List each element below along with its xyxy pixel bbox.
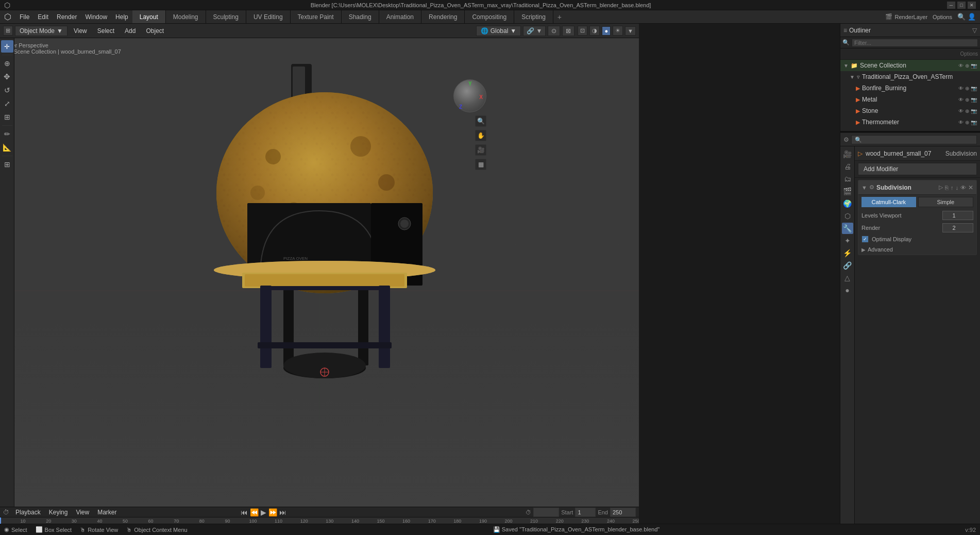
tab-animation[interactable]: Animation xyxy=(379,10,421,23)
tab-texture-paint[interactable]: Texture Paint xyxy=(291,10,342,23)
view-label[interactable]: View xyxy=(74,507,91,517)
prop-tab-render[interactable]: 🎥 xyxy=(842,148,853,160)
prop-tab-world[interactable]: 🌍 xyxy=(842,198,853,209)
outliner-item-bonfire[interactable]: ▶ Bonfire_Burning 👁 ⊕ 📷 xyxy=(840,82,980,94)
modifier-vis-icon[interactable]: ⚙ xyxy=(869,184,874,191)
3d-viewport[interactable]: User Perspective (1) Scene Collection | … xyxy=(0,38,639,507)
tool-select[interactable]: ✛ xyxy=(1,40,13,53)
add-menu-btn[interactable]: Add xyxy=(121,25,140,37)
prop-tab-constraints[interactable]: 🔗 xyxy=(842,260,853,271)
eye-icon-metal[interactable]: 👁 xyxy=(958,97,964,103)
menu-render[interactable]: Render xyxy=(53,10,81,23)
tab-compositing[interactable]: Compositing xyxy=(465,10,514,23)
viewport-options-btn[interactable]: ▼ xyxy=(625,26,636,36)
menu-edit[interactable]: Edit xyxy=(33,10,53,23)
optimal-display-checkbox[interactable]: ✓ xyxy=(861,236,869,243)
tool-scale[interactable]: ⤢ xyxy=(1,97,13,110)
prop-tab-material[interactable]: ● xyxy=(842,285,853,296)
select-menu-btn[interactable]: Select xyxy=(93,25,119,37)
tool-move[interactable]: ✥ xyxy=(1,71,13,83)
snap-btn[interactable]: 🔗 ▼ xyxy=(523,26,546,36)
modifier-copy-icon[interactable]: ⎘ xyxy=(945,185,949,191)
render-vis-icon[interactable]: 📷 xyxy=(971,63,977,69)
search-icon[interactable]: 🔍 xyxy=(957,13,966,21)
close-button[interactable]: ✕ xyxy=(968,2,976,9)
current-frame-input[interactable]: 1 xyxy=(533,508,559,517)
object-mode-dropdown[interactable]: Object Mode ▼ xyxy=(15,26,67,36)
advanced-row[interactable]: ▶ Advanced xyxy=(858,244,976,255)
tab-uv-editing[interactable]: UV Editing xyxy=(246,10,291,23)
tool-annotate[interactable]: ✏ xyxy=(1,128,13,140)
keyframe-prev-btn[interactable]: ⏮ xyxy=(241,508,248,516)
viewport-shading-wire[interactable]: ⊡ xyxy=(578,26,587,36)
fly-icon-btn[interactable]: ✋ xyxy=(475,130,486,141)
outliner-item-stone[interactable]: ▶ Stone 👁 ⊕ 📷 xyxy=(840,105,980,116)
outliner-item-scene-collection[interactable]: ▼ 📁 Scene Collection 👁 ⊕ 📷 xyxy=(840,60,980,71)
play-btn[interactable]: ▶ xyxy=(261,508,266,516)
start-frame-input[interactable] xyxy=(575,508,596,517)
outliner-item-thermometer[interactable]: ▶ Thermometer 👁 ⊕ 📷 xyxy=(840,116,980,128)
playback-label[interactable]: Playback xyxy=(13,507,43,517)
modifier-vis-btn[interactable]: 👁 xyxy=(960,185,966,191)
minimize-button[interactable]: ─ xyxy=(947,2,955,9)
eye-icon-bonfire[interactable]: 👁 xyxy=(958,86,964,91)
keying-label[interactable]: Keying xyxy=(47,507,70,517)
prop-tab-view-layer[interactable]: 🗂 xyxy=(842,173,853,185)
levels-viewport-input[interactable] xyxy=(942,211,973,220)
simple-btn[interactable]: Simple xyxy=(918,197,974,207)
editor-type-btn[interactable]: ⊞ xyxy=(3,26,13,36)
grid-icon-btn[interactable]: ▦ xyxy=(475,159,486,170)
modifier-close-btn[interactable]: ✕ xyxy=(968,184,973,191)
viewport-shading-material[interactable]: ● xyxy=(602,26,611,36)
tab-add[interactable]: + xyxy=(553,12,566,22)
proportional-btn[interactable]: ⊙ xyxy=(548,26,560,36)
end-frame-input[interactable] xyxy=(610,508,636,517)
global-space-dropdown[interactable]: 🌐 Global ▼ xyxy=(476,26,521,36)
tab-shading[interactable]: Shading xyxy=(342,10,379,23)
menu-blender[interactable]: ⬡ xyxy=(0,10,15,23)
menu-help[interactable]: Help xyxy=(111,10,132,23)
jump-start-btn[interactable]: ⏪ xyxy=(250,508,259,516)
viewport-icon-therm[interactable]: ⊕ xyxy=(965,120,969,125)
jump-end-btn[interactable]: ⏩ xyxy=(268,508,277,516)
tool-add[interactable]: ⊞ xyxy=(1,158,13,171)
tool-transform[interactable]: ⊞ xyxy=(1,111,13,123)
render-icon-therm[interactable]: 📷 xyxy=(971,120,977,125)
filter-icon[interactable]: ▽ xyxy=(972,27,977,34)
tab-sculpting[interactable]: Sculpting xyxy=(206,10,246,23)
zoom-icon-btn[interactable]: 🔍 xyxy=(475,115,486,127)
modifier-up-icon[interactable]: ↑ xyxy=(951,185,954,191)
prop-tab-particles[interactable]: ✦ xyxy=(842,235,853,246)
object-menu-btn[interactable]: Object xyxy=(142,25,168,37)
tool-measure[interactable]: 📐 xyxy=(1,141,13,154)
tab-scripting[interactable]: Scripting xyxy=(514,10,553,23)
menu-window[interactable]: Window xyxy=(81,10,111,23)
prop-tab-object[interactable]: ⬡ xyxy=(842,210,853,222)
transform-pivot-btn[interactable]: ⊠ xyxy=(562,26,575,36)
tab-rendering[interactable]: Rendering xyxy=(421,10,465,23)
outliner-search-input[interactable] xyxy=(852,39,978,47)
viewport-icon-metal[interactable]: ⊕ xyxy=(965,97,969,103)
viewport-icon-bonfire[interactable]: ⊕ xyxy=(965,86,969,91)
eye-icon-stone[interactable]: 👁 xyxy=(958,108,964,114)
render-icon-metal[interactable]: 📷 xyxy=(971,97,977,103)
tab-layout[interactable]: Layout xyxy=(132,10,166,23)
modifier-apply-icon[interactable]: ▷ xyxy=(939,184,943,191)
user-icon[interactable]: 👤 xyxy=(968,13,976,21)
outliner-item-pizza-oven[interactable]: ▼ ▿ Traditional_Pizza_Oven_ASTerm xyxy=(840,71,980,82)
render-input[interactable] xyxy=(942,223,973,232)
tool-rotate[interactable]: ↺ xyxy=(1,84,13,96)
render-icon-stone[interactable]: 📷 xyxy=(971,108,977,114)
navigation-gizmo[interactable]: X Y Z xyxy=(453,79,486,112)
outliner-item-metal[interactable]: ▶ Metal 👁 ⊕ 📷 xyxy=(840,94,980,105)
catmull-clark-btn[interactable]: Catmull-Clark xyxy=(861,197,916,207)
select-vis-icon[interactable]: ⊕ xyxy=(965,63,969,69)
menu-file[interactable]: File xyxy=(15,10,33,23)
modifier-expand-icon[interactable]: ▼ xyxy=(861,185,867,191)
maximize-button[interactable]: □ xyxy=(957,2,966,9)
prop-tab-scene[interactable]: 🎬 xyxy=(842,186,853,197)
tab-modeling[interactable]: Modeling xyxy=(166,10,206,23)
properties-search[interactable] xyxy=(851,135,977,144)
viewport-shading-solid[interactable]: ◑ xyxy=(589,26,600,36)
eye-icon-therm[interactable]: 👁 xyxy=(958,120,964,125)
